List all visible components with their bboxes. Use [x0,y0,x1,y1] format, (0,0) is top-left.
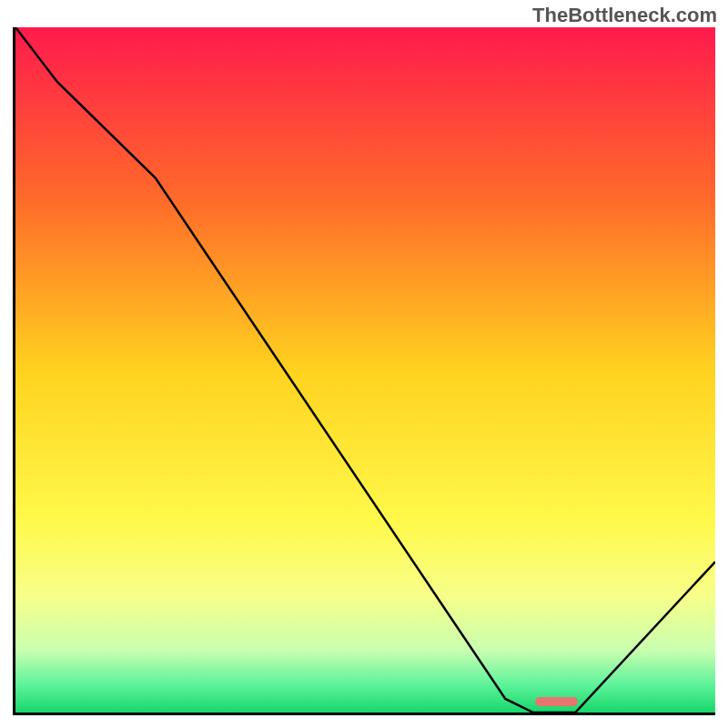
svg-rect-0 [15,27,715,713]
target-range-marker [535,697,577,706]
watermark-text: TheBottleneck.com [532,4,717,27]
chart-plot-area [13,27,715,715]
gradient-background [15,27,715,713]
